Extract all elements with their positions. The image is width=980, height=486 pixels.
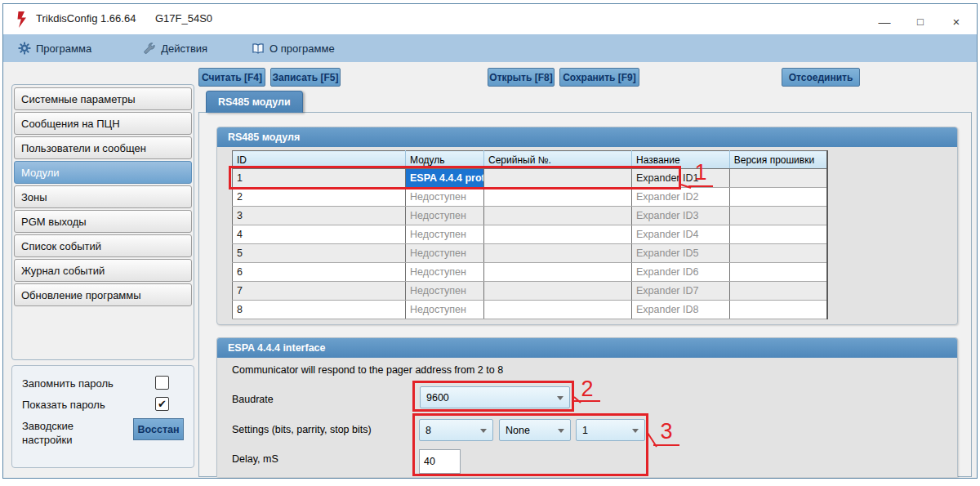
module-type-cell[interactable]: ESPA 4.4.4 protocol xyxy=(406,169,484,188)
device-id: G17F_54S0 xyxy=(155,12,212,25)
module-serial-cell[interactable] xyxy=(484,188,632,207)
table-row[interactable]: 2 Недоступен Expander ID2 xyxy=(233,188,828,207)
module-id-cell[interactable]: 6 xyxy=(233,263,406,282)
sidebar-item-label: Системные параметры xyxy=(21,93,135,105)
module-serial-cell[interactable] xyxy=(484,263,632,282)
menu-item-about[interactable]: О программе xyxy=(248,34,338,62)
settings-parity-value: None xyxy=(506,425,530,436)
module-name-cell[interactable]: Expander ID7 xyxy=(632,282,730,301)
sidebar-item[interactable]: Журнал событий xyxy=(14,259,192,282)
save-button[interactable]: Сохранить [F9] xyxy=(559,68,639,87)
sidebar-item[interactable]: Пользователи и сообщен xyxy=(14,136,192,159)
module-name-cell[interactable]: Expander ID5 xyxy=(632,244,730,263)
module-type-cell[interactable]: Недоступен xyxy=(406,207,484,225)
module-name-cell[interactable]: Expander ID6 xyxy=(632,263,730,282)
module-serial-cell[interactable] xyxy=(484,225,632,244)
column-header[interactable]: Версия прошивки xyxy=(729,151,827,169)
app-title: TrikdisConfig 1.66.64 xyxy=(36,12,136,25)
menu-item-actions[interactable]: Действия xyxy=(140,34,211,62)
column-header[interactable]: ID xyxy=(233,151,406,169)
remember-password-checkbox[interactable] xyxy=(155,376,169,390)
sidebar-item[interactable]: Системные параметры xyxy=(14,87,192,110)
module-firmware-cell[interactable] xyxy=(729,244,827,263)
sidebar-item[interactable]: Модули xyxy=(14,161,192,184)
module-serial-cell[interactable] xyxy=(484,244,632,263)
module-name-cell[interactable]: Expander ID8 xyxy=(632,301,730,319)
settings-stopbits-select[interactable]: 1 xyxy=(576,419,645,441)
settings-bits-select[interactable]: 8 xyxy=(419,419,493,441)
table-row[interactable]: 1 ESPA 4.4.4 protocol Expander ID1 xyxy=(233,169,828,188)
maximize-icon: □ xyxy=(917,16,924,28)
table-row[interactable]: 7 Недоступен Expander ID7 xyxy=(233,282,828,301)
menu-item-label: Программа xyxy=(36,42,91,55)
maximize-button[interactable]: □ xyxy=(906,11,934,32)
module-serial-cell[interactable] xyxy=(484,301,632,319)
module-name-cell[interactable]: Expander ID3 xyxy=(632,207,730,225)
module-type-cell[interactable]: Недоступен xyxy=(406,263,484,282)
sidebar-item-label: Зоны xyxy=(21,191,47,203)
module-id-cell[interactable]: 4 xyxy=(233,225,406,244)
table-row[interactable]: 5 Недоступен Expander ID5 xyxy=(233,244,828,263)
table-row[interactable]: 6 Недоступен Expander ID6 xyxy=(233,263,828,282)
module-type-cell[interactable]: Недоступен xyxy=(406,282,484,301)
sidebar-item[interactable]: Обновление программы xyxy=(14,283,192,306)
sidebar-item-label: Сообщения на ПЦН xyxy=(21,118,120,130)
minimize-icon: — xyxy=(879,15,891,29)
module-id-cell[interactable]: 2 xyxy=(233,188,406,207)
menu-item-program[interactable]: Программа xyxy=(15,34,95,62)
delay-input[interactable] xyxy=(419,449,461,474)
module-id-cell[interactable]: 7 xyxy=(233,282,406,301)
column-header[interactable]: Название xyxy=(632,151,730,169)
module-type-cell[interactable]: Недоступен xyxy=(406,301,484,319)
gear-icon xyxy=(18,42,31,55)
module-id-cell[interactable]: 8 xyxy=(233,301,406,319)
table-row[interactable]: 3 Недоступен Expander ID3 xyxy=(233,207,828,225)
module-firmware-cell[interactable] xyxy=(729,225,827,244)
column-header[interactable]: Серийный №. xyxy=(484,151,632,169)
module-type-cell[interactable]: Недоступен xyxy=(406,188,484,207)
module-firmware-cell[interactable] xyxy=(729,169,827,188)
module-serial-cell[interactable] xyxy=(484,169,632,188)
module-id-cell[interactable]: 5 xyxy=(233,244,406,263)
module-name-cell[interactable]: Expander ID4 xyxy=(632,225,730,244)
close-button[interactable]: × xyxy=(942,11,970,32)
minimize-button[interactable]: — xyxy=(871,11,898,32)
module-type-cell[interactable]: Недоступен xyxy=(406,225,484,244)
module-name-cell[interactable]: Expander ID1 xyxy=(632,169,730,188)
group-title: RS485 модуля xyxy=(228,132,300,143)
restore-button[interactable]: Восстан xyxy=(133,418,184,440)
baudrate-select[interactable]: 9600 xyxy=(420,386,570,408)
sidebar-item[interactable]: Список событий xyxy=(14,234,192,257)
module-id-cell[interactable]: 3 xyxy=(233,207,406,225)
sidebar-item[interactable]: Зоны xyxy=(14,185,192,208)
write-button[interactable]: Записать [F5] xyxy=(270,68,341,87)
baudrate-label: Baudrate xyxy=(232,394,274,405)
module-firmware-cell[interactable] xyxy=(729,207,827,225)
sidebar-item-label: Пользователи и сообщен xyxy=(21,142,146,154)
module-firmware-cell[interactable] xyxy=(729,282,827,301)
read-button[interactable]: Считать [F4] xyxy=(198,68,265,87)
close-icon: × xyxy=(953,15,960,29)
module-firmware-cell[interactable] xyxy=(729,301,827,319)
module-serial-cell[interactable] xyxy=(484,282,632,301)
sidebar-item[interactable]: PGM выходы xyxy=(14,210,192,233)
module-id-cell[interactable]: 1 xyxy=(233,169,406,188)
module-name-cell[interactable]: Expander ID2 xyxy=(632,188,730,207)
table-row[interactable]: 8 Недоступен Expander ID8 xyxy=(233,301,828,319)
module-firmware-cell[interactable] xyxy=(729,263,827,282)
tab-rs485-modules[interactable]: RS485 модули xyxy=(206,91,303,113)
settings-parity-select[interactable]: None xyxy=(499,419,571,441)
module-firmware-cell[interactable] xyxy=(729,188,827,207)
module-serial-cell[interactable] xyxy=(484,207,632,225)
wrench-icon xyxy=(144,42,156,55)
column-header[interactable]: Модуль xyxy=(406,151,484,169)
checkmark-icon: ✔ xyxy=(158,398,167,410)
table-row[interactable]: 4 Недоступен Expander ID4 xyxy=(233,225,828,244)
disconnect-button[interactable]: Отсоединить xyxy=(782,68,860,87)
sidebar-item[interactable]: Сообщения на ПЦН xyxy=(14,112,192,135)
chevron-down-icon xyxy=(480,429,487,433)
group-header: RS485 модуля xyxy=(217,127,957,147)
module-type-cell[interactable]: Недоступен xyxy=(406,244,484,263)
show-password-checkbox[interactable]: ✔ xyxy=(155,397,169,411)
open-button[interactable]: Открыть [F8] xyxy=(488,68,555,87)
